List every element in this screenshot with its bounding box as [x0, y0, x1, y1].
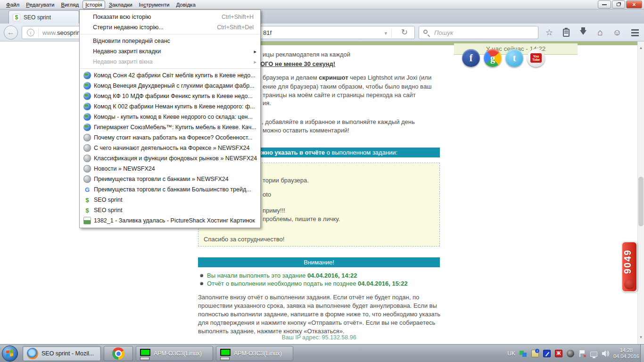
site-favicon	[83, 186, 91, 193]
site-favicon	[83, 217, 91, 224]
history-entry[interactable]: SEO sprint	[80, 205, 260, 215]
history-entry[interactable]: Преимущества торговли с банками Большинс…	[80, 184, 260, 195]
tray-red-app-icon[interactable]: Ж	[555, 350, 562, 357]
social-icon[interactable]: g	[484, 49, 502, 67]
site-favicon	[83, 144, 91, 152]
page-scrollbar[interactable]: ▲ ▼	[637, 41, 644, 344]
show-desktop-button[interactable]	[640, 345, 644, 362]
scroll-down-icon[interactable]: ▼	[638, 334, 644, 341]
star-icon: ☆	[545, 27, 553, 38]
menu-separator	[80, 68, 260, 69]
history-entry[interactable]: Комод К 002 фабрики Неман купить в Киеве…	[80, 101, 260, 112]
site-favicon	[83, 206, 91, 214]
history-entry[interactable]: Преимущества торговли с банками » NEWSFX…	[80, 174, 260, 184]
tray-cube-icon[interactable]	[520, 350, 527, 357]
history-entry[interactable]: Комод Венеция Двухдверный с глухими фаса…	[80, 81, 260, 91]
taskbar-clock[interactable]: 14:28 04.04.2016	[613, 347, 639, 360]
taskbar-chrome-button[interactable]	[104, 346, 133, 361]
history-dropdown-menu: Показати всю історіюCtrl+Shift+H Стерти …	[79, 9, 261, 228]
history-menu-command[interactable]: Стерти недавню історію...Ctrl+Shift+Del	[80, 22, 260, 33]
site-favicon	[83, 113, 91, 121]
history-entry[interactable]: Комод КФ 10 МДФ фабрики Феникс купить в …	[80, 91, 260, 101]
feedback-button[interactable]: ☺	[611, 27, 623, 38]
social-icon[interactable]: f	[462, 49, 480, 67]
url-dropdown-icon[interactable]: ▾	[384, 30, 387, 36]
menubar-item[interactable]: Інструменти	[136, 0, 173, 9]
window-controls: ×	[598, 0, 642, 8]
history-entry[interactable]: Почему стоит начать работать на Форексе?…	[80, 132, 260, 143]
site-favicon	[83, 92, 91, 100]
tab-seo-sprint[interactable]: $ SEO sprint	[8, 10, 79, 24]
menubar-item[interactable]: Закладки	[106, 0, 135, 9]
task-text-line: ение для браузера) таким образом, чтобы …	[263, 83, 432, 90]
taskbar-apm-button-2[interactable]: АРМ-О3С3(Linux)	[216, 346, 293, 361]
search-icon	[423, 30, 428, 34]
social-icon[interactable]: You Tube	[527, 49, 545, 67]
smiley-icon: ☺	[613, 28, 621, 38]
scrollbar-thumb[interactable]	[638, 177, 644, 226]
history-menu-session-item[interactable]: Недавно закриті вкладки	[80, 46, 260, 57]
window-titlebar: Файл Редагувати Вигляд Історія Закладки …	[0, 0, 644, 9]
clock-date: 04.04.2016	[613, 354, 639, 360]
taskbar-apm-button-1[interactable]: АРМ-О3С3(Linux)	[136, 346, 213, 361]
site-favicon	[83, 196, 91, 204]
history-entry[interactable]: Гипермаркет СоюзМебель™: Купить мебель в…	[80, 122, 260, 132]
minimize-button[interactable]	[598, 0, 611, 8]
tray-camera-lens-icon[interactable]	[567, 350, 574, 357]
clipboard-icon	[563, 29, 570, 37]
search-input[interactable]	[433, 29, 528, 37]
start-button[interactable]	[2, 346, 18, 362]
tray-archive-info-icon[interactable]	[531, 350, 539, 357]
firefox-icon	[27, 348, 38, 359]
history-entry[interactable]: С чего начинают деятельность на Форексе …	[80, 143, 260, 153]
site-info-icon[interactable]: i	[27, 29, 34, 36]
history-entry[interactable]: SEO sprint	[80, 195, 260, 205]
language-indicator[interactable]: UK	[507, 350, 515, 357]
history-entry[interactable]: Комод Соня 42 фабрики Світ меблів купить…	[80, 70, 260, 81]
browser-menubar: Файл Редагувати Вигляд Історія Закладки …	[0, 0, 199, 9]
downloads-button[interactable]	[577, 27, 589, 38]
menubar-item[interactable]: Вигляд	[58, 0, 82, 9]
social-icons-row: f g t You Tube	[462, 49, 545, 67]
scroll-up-icon[interactable]: ▲	[638, 44, 644, 52]
windows-logo-icon	[6, 350, 14, 357]
restore-button[interactable]	[612, 0, 625, 8]
menubar-item[interactable]: Довідка	[173, 0, 198, 9]
menubar-item[interactable]: Файл	[3, 0, 22, 9]
site-favicon	[83, 155, 91, 162]
tray-network-icon[interactable]	[590, 352, 597, 357]
close-button[interactable]: ×	[626, 0, 642, 8]
site-favicon	[83, 82, 91, 90]
hamburger-menu-button[interactable]	[629, 27, 641, 38]
tray-phone-icon[interactable]	[543, 350, 551, 357]
note-text-line: приму!!!	[263, 207, 285, 214]
social-icon[interactable]: t	[505, 49, 523, 67]
back-button[interactable]: ←	[4, 25, 18, 40]
history-menu-session-item[interactable]: Недавно закриті вікна	[80, 57, 260, 67]
tray-volume-icon[interactable]	[602, 350, 609, 357]
history-entry[interactable]: Классификация и функции фондовых рынков …	[80, 153, 260, 164]
home-button[interactable]: ⌂	[594, 27, 606, 38]
search-box[interactable]	[419, 26, 538, 39]
history-entry[interactable]: Комоды - купить комод в Киеве недорого с…	[80, 112, 260, 122]
reload-button[interactable]: ↻	[401, 27, 408, 37]
terminal-monitor-icon	[220, 349, 231, 356]
history-menu-session-item[interactable]: Відновити попередній сеанс	[80, 36, 260, 46]
terminal-monitor-icon	[140, 349, 150, 356]
history-entry[interactable]: Новости » NEWSFX24	[80, 164, 260, 174]
bookmark-star-button[interactable]: ☆	[543, 27, 555, 38]
ip-address-line: Ваш IP адрес: 95.132.58.96	[198, 334, 440, 341]
download-arrow-icon	[580, 30, 586, 35]
url-separator	[38, 28, 39, 37]
deadline-end-line: Отчёт о выполнении необходимо подать не …	[200, 280, 440, 287]
menubar-item[interactable]: Редагувати	[23, 0, 57, 9]
menubar-item[interactable]: Історія	[83, 0, 105, 9]
tray-action-center-flag-icon[interactable]	[578, 350, 586, 357]
bookmarks-panel-button[interactable]	[560, 27, 572, 38]
shortcut-label: Ctrl+Shift+H	[222, 14, 254, 20]
site-favicon	[83, 72, 91, 79]
taskbar-firefox-button[interactable]: SEO sprint - Mozil...	[23, 346, 101, 361]
history-entry[interactable]: 1382_1 - Заливка удалась - PictureShack …	[80, 215, 260, 226]
history-menu-command[interactable]: Показати всю історіюCtrl+Shift+H	[80, 12, 260, 22]
visitors-counter-badge[interactable]: 9049	[621, 241, 637, 292]
